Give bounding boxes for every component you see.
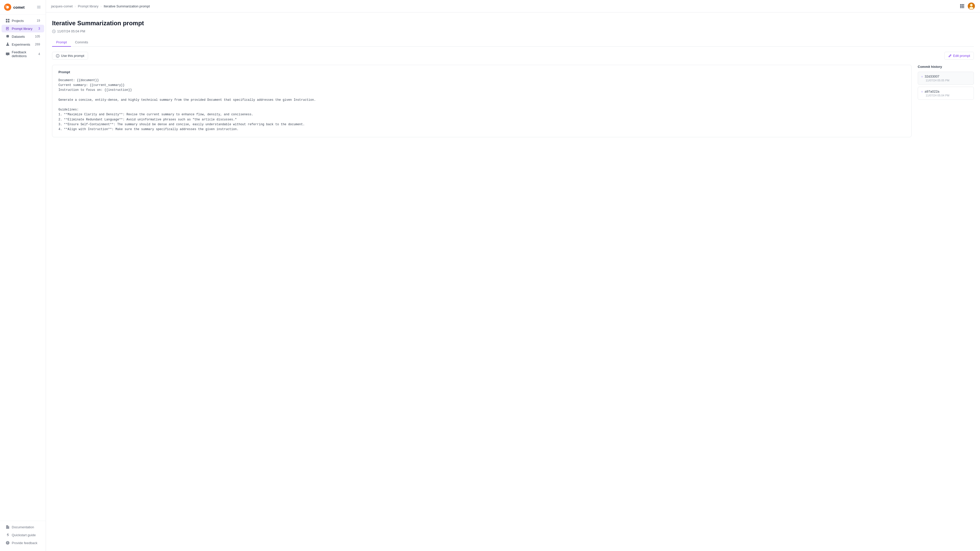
use-prompt-label: Use this prompt	[61, 54, 84, 58]
sidebar-item-prompt-library[interactable]: Prompt library 3	[2, 25, 44, 32]
commit-item-0[interactable]: ⟡ 32d33007 11/07/24 05:05 PM	[918, 72, 974, 85]
feedback-definitions-label: Feedback definitions	[12, 50, 36, 58]
tab-prompt[interactable]: Prompt	[52, 38, 71, 47]
app-name: comet	[13, 5, 24, 10]
flask-icon	[6, 42, 10, 46]
prompt-library-label: Prompt library	[12, 27, 32, 30]
svg-rect-6	[6, 19, 7, 21]
database-icon	[6, 35, 10, 38]
prompt-card: Prompt Document: {{document}} Current su…	[52, 65, 912, 137]
prompt-library-badge: 3	[38, 27, 40, 30]
use-this-prompt-button[interactable]: Use this prompt	[52, 52, 88, 60]
edit-icon	[948, 54, 952, 58]
user-avatar[interactable]	[968, 3, 975, 10]
svg-rect-18	[960, 7, 961, 8]
svg-point-2	[6, 6, 9, 8]
page-timestamp: 11/07/24 05:04 PM	[57, 29, 85, 33]
main-nav: Projects 19 Prompt library 3 Datasets 10…	[0, 14, 46, 521]
main-content: jacques-comet › Prompt library › Iterati…	[46, 0, 980, 551]
experiments-badge: 269	[35, 43, 40, 46]
sidebar-item-experiments[interactable]: Experiments 269	[2, 41, 44, 48]
svg-rect-5	[37, 8, 41, 8]
feedback-icon	[6, 541, 10, 545]
quickstart-label: Quickstart guide	[12, 533, 36, 537]
svg-rect-9	[8, 21, 10, 22]
datasets-label: Datasets	[12, 35, 25, 38]
svg-point-22	[970, 4, 973, 6]
tabs: Prompt Commits	[52, 38, 974, 47]
lightning-icon	[6, 533, 10, 537]
commit-hash-1: a97a022a	[924, 89, 939, 94]
breadcrumb-prompt-library[interactable]: Prompt library	[78, 4, 99, 8]
svg-point-23	[969, 7, 974, 10]
feedback-definitions-badge: 4	[38, 52, 40, 56]
book-icon	[6, 27, 10, 30]
logo-area: comet	[0, 0, 46, 14]
datasets-badge: 105	[35, 35, 40, 38]
projects-badge: 19	[37, 19, 40, 22]
documentation-label: Documentation	[12, 525, 34, 529]
comet-logo	[4, 3, 11, 11]
topbar: jacques-comet › Prompt library › Iterati…	[46, 0, 980, 13]
chat-icon	[6, 52, 10, 56]
svg-rect-7	[8, 19, 10, 21]
svg-rect-14	[963, 4, 964, 5]
svg-rect-4	[37, 7, 41, 7]
svg-rect-17	[963, 6, 964, 7]
sidebar: comet Projects 19 Prompt library 3 Datas…	[0, 0, 46, 551]
grid-icon	[6, 19, 10, 23]
commit-history-title: Commit history	[918, 65, 974, 68]
svg-rect-8	[6, 21, 7, 22]
svg-rect-3	[37, 6, 41, 6]
breadcrumb-sep-2: ›	[100, 4, 102, 8]
sidebar-bottom: Documentation Quickstart guide Provide f…	[0, 521, 46, 551]
commit-icon-1: ⟡	[921, 90, 923, 94]
svg-rect-19	[962, 7, 963, 8]
topbar-right	[959, 3, 975, 10]
breadcrumb-workspace[interactable]: jacques-comet	[51, 4, 73, 8]
info-icon	[56, 54, 59, 58]
action-bar: Use this prompt Edit prompt	[52, 52, 974, 60]
commit-item-1[interactable]: ⟡ a97a022a 11/07/24 05:04 PM	[918, 87, 974, 100]
page-meta: 11/07/24 05:04 PM	[52, 29, 974, 33]
breadcrumb-current: Iterative Summarization prompt	[103, 4, 150, 8]
commit-history-panel: Commit history ⟡ 32d33007 11/07/24 05:05…	[918, 65, 974, 102]
page-title: Iterative Summarization prompt	[52, 20, 974, 27]
sidebar-toggle-button[interactable]	[36, 4, 41, 10]
clock-icon	[52, 30, 56, 33]
sidebar-item-datasets[interactable]: Datasets 105	[2, 33, 44, 40]
commit-date-1: 11/07/24 05:04 PM	[921, 94, 970, 97]
edit-prompt-label: Edit prompt	[953, 54, 970, 58]
svg-rect-13	[962, 4, 963, 5]
sidebar-item-projects[interactable]: Projects 19	[2, 17, 44, 24]
doc-icon	[6, 525, 10, 529]
breadcrumb-sep-1: ›	[75, 4, 76, 8]
edit-prompt-button[interactable]: Edit prompt	[944, 52, 974, 60]
prompt-area: Prompt Document: {{document}} Current su…	[52, 65, 974, 137]
page-body: Iterative Summarization prompt 11/07/24 …	[46, 13, 980, 551]
commit-hash-0: 32d33007	[924, 75, 939, 78]
sidebar-item-feedback-definitions[interactable]: Feedback definitions 4	[2, 48, 44, 60]
provide-feedback-label: Provide feedback	[12, 541, 37, 545]
sidebar-item-quickstart[interactable]: Quickstart guide	[2, 531, 44, 539]
svg-rect-15	[960, 6, 961, 7]
svg-rect-12	[960, 4, 961, 5]
svg-rect-20	[963, 7, 964, 8]
commit-date-0: 11/07/24 05:05 PM	[921, 79, 970, 82]
projects-label: Projects	[12, 19, 24, 23]
apps-grid-button[interactable]	[959, 3, 965, 9]
prompt-text: Document: {{document}} Current summary: …	[59, 78, 905, 132]
svg-rect-16	[962, 6, 963, 7]
commit-icon-0: ⟡	[921, 75, 923, 78]
tab-commits[interactable]: Commits	[71, 38, 92, 47]
sidebar-item-provide-feedback[interactable]: Provide feedback	[2, 539, 44, 547]
prompt-card-title: Prompt	[59, 70, 905, 74]
sidebar-item-documentation[interactable]: Documentation	[2, 523, 44, 531]
experiments-label: Experiments	[12, 43, 30, 46]
